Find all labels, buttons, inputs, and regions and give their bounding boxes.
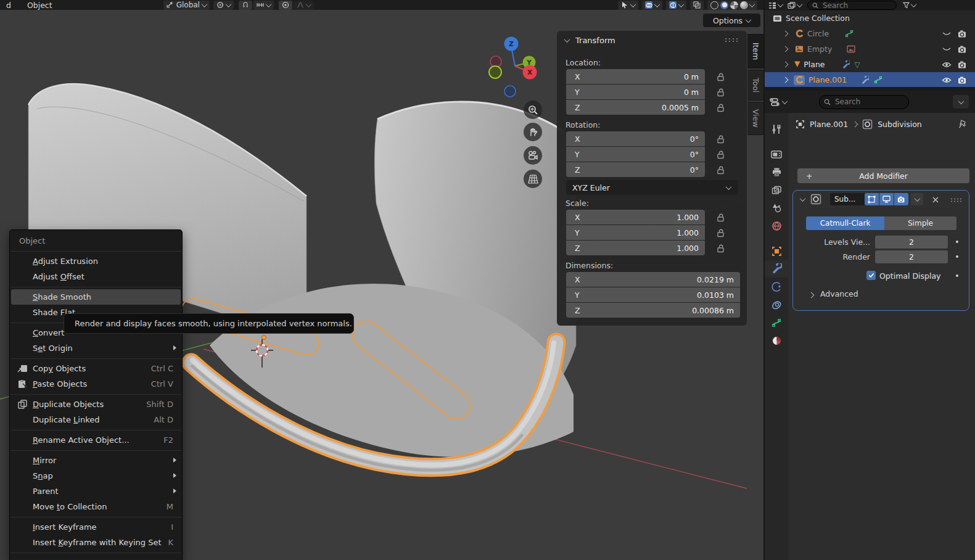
- outliner-row-circle[interactable]: Circle: [765, 26, 975, 41]
- tab-object-data[interactable]: [765, 314, 788, 331]
- expand-icon[interactable]: [783, 46, 789, 52]
- menu-item-duplicate-objects[interactable]: Duplicate Objects Shift D: [10, 397, 182, 412]
- panel-collapse-icon[interactable]: [564, 36, 570, 43]
- tab-view-layer[interactable]: [765, 181, 788, 199]
- tab-render[interactable]: [765, 146, 788, 163]
- tab-physics[interactable]: [765, 278, 788, 295]
- dimensions-y-field[interactable]: Y0.0103 m: [566, 287, 740, 302]
- viewport-pan-button[interactable]: [524, 123, 542, 141]
- outliner-filter-dropdown[interactable]: [903, 2, 916, 9]
- viewport-camera-button[interactable]: [524, 146, 542, 165]
- menu-item-rename-active-object[interactable]: Rename Active Object... F2: [10, 432, 182, 448]
- animate-dot-icon[interactable]: [956, 255, 958, 258]
- transform-orientation-dropdown[interactable]: Global: [163, 1, 210, 10]
- gizmo-axis-negy[interactable]: [489, 66, 501, 78]
- location-y-field[interactable]: Y0 m: [566, 84, 705, 99]
- properties-search-input[interactable]: [834, 97, 904, 107]
- modifier-editmode-toggle[interactable]: [865, 193, 879, 205]
- panel-collapse-icon[interactable]: [800, 196, 806, 202]
- scale-y-field[interactable]: Y1.000: [566, 225, 705, 240]
- tab-modifiers-active[interactable]: [765, 260, 788, 278]
- outliner-row-scene-collection[interactable]: Scene Collection: [765, 10, 975, 26]
- pin-icon[interactable]: [958, 119, 968, 129]
- lock-icon[interactable]: [716, 103, 725, 112]
- xray-toggle[interactable]: [690, 1, 704, 10]
- eye-closed-icon[interactable]: [942, 30, 952, 38]
- panel-grip-icon[interactable]: [950, 198, 961, 202]
- show-overlays-dropdown[interactable]: [642, 1, 662, 10]
- render-levels-field[interactable]: 2: [875, 250, 948, 263]
- eye-closed-icon[interactable]: [942, 46, 952, 53]
- sidebar-tab-item[interactable]: Item: [747, 34, 764, 68]
- viewport-ortho-button[interactable]: [524, 170, 542, 188]
- lock-icon[interactable]: [716, 213, 725, 222]
- outliner-row-plane[interactable]: ▲ Plane ▽: [765, 57, 975, 72]
- rotation-y-field[interactable]: Y0°: [566, 147, 705, 162]
- menu-item-set-origin[interactable]: Set Origin: [10, 340, 182, 356]
- menu-item-mirror[interactable]: Mirror: [10, 453, 182, 468]
- menu-item-insert-keyframe-keying-set[interactable]: Insert Keyframe with Keying Set K: [10, 535, 182, 550]
- menu-item-parent[interactable]: Parent: [10, 484, 182, 499]
- expand-icon[interactable]: [783, 77, 789, 83]
- menu-item-adjust-extrusion[interactable]: Adjust Extrusion: [10, 253, 182, 269]
- editor-type-dropdown[interactable]: [770, 97, 787, 107]
- breadcrumb-object[interactable]: Plane.001: [810, 120, 848, 129]
- close-icon[interactable]: [932, 196, 939, 204]
- show-gizmos-dropdown[interactable]: [618, 1, 638, 10]
- lock-icon[interactable]: [716, 88, 725, 97]
- animate-dot-icon[interactable]: [956, 241, 958, 243]
- sidebar-tab-tool[interactable]: Tool: [747, 70, 764, 101]
- lock-icon[interactable]: [716, 244, 725, 253]
- topbar-menu-partial[interactable]: d: [0, 0, 12, 10]
- tab-material[interactable]: [765, 332, 788, 349]
- eye-open-icon[interactable]: [942, 61, 952, 68]
- menu-item-adjust-offset[interactable]: Adjust Offset: [10, 269, 182, 284]
- camera-render-icon[interactable]: [958, 46, 968, 53]
- shading-rendered-button[interactable]: [740, 1, 748, 9]
- panel-grip-icon[interactable]: [725, 38, 738, 43]
- camera-render-icon[interactable]: [958, 76, 968, 84]
- modifier-realtime-toggle[interactable]: [879, 193, 894, 205]
- dimensions-z-field[interactable]: Z0.00086 m: [566, 303, 740, 318]
- pivot-point-dropdown[interactable]: [213, 1, 234, 10]
- options-dropdown[interactable]: Options: [703, 14, 760, 27]
- menu-item-copy-objects[interactable]: Copy Objects Ctrl C: [10, 361, 182, 376]
- menu-item-paste-objects[interactable]: Paste Objects Ctrl V: [10, 376, 182, 392]
- outliner-row-empty[interactable]: Empty: [765, 41, 975, 57]
- proportional-editing-toggle[interactable]: [279, 1, 292, 10]
- simple-button[interactable]: Simple: [884, 216, 956, 230]
- rotation-mode-dropdown[interactable]: XYZ Euler: [566, 180, 738, 195]
- modifier-extras-dropdown[interactable]: [911, 193, 923, 205]
- tab-world[interactable]: [765, 217, 788, 234]
- levels-viewport-field[interactable]: 2: [875, 236, 948, 249]
- lock-icon[interactable]: [716, 150, 725, 159]
- scale-x-field[interactable]: X1.000: [566, 210, 705, 224]
- modifier-render-toggle[interactable]: [894, 193, 908, 205]
- lock-icon[interactable]: [716, 165, 725, 175]
- snap-toggle[interactable]: [239, 1, 252, 10]
- outliner-row-plane-001-selected[interactable]: Plane.001: [765, 72, 975, 88]
- menu-item-shade-smooth[interactable]: Shade Smooth: [11, 289, 181, 305]
- camera-render-icon[interactable]: [958, 61, 968, 68]
- advanced-section-label[interactable]: Advanced: [820, 289, 858, 299]
- tab-scene[interactable]: [765, 199, 788, 216]
- catmull-clark-button[interactable]: Catmull-Clark: [806, 216, 884, 230]
- advanced-expand-icon[interactable]: [808, 292, 815, 299]
- expand-icon[interactable]: [783, 62, 789, 68]
- properties-search[interactable]: [819, 95, 909, 109]
- eye-open-icon[interactable]: [942, 76, 952, 84]
- animate-dot-icon[interactable]: [956, 274, 958, 277]
- transform-panel-title[interactable]: Transform: [575, 36, 615, 45]
- shading-material-button[interactable]: [730, 1, 738, 9]
- optimal-display-checkbox[interactable]: [866, 271, 876, 280]
- outliner-search[interactable]: [807, 1, 897, 10]
- snap-target-dropdown[interactable]: [253, 1, 274, 10]
- object-menu[interactable]: Object: [21, 0, 59, 10]
- tab-object[interactable]: [765, 242, 788, 260]
- rotation-x-field[interactable]: X0°: [566, 131, 705, 146]
- dimensions-x-field[interactable]: X0.0219 m: [566, 272, 740, 287]
- viewport-zoom-button[interactable]: [524, 101, 542, 119]
- location-x-field[interactable]: X0 m: [566, 69, 705, 84]
- outliner-display-mode-dropdown[interactable]: [768, 2, 783, 9]
- lock-icon[interactable]: [716, 134, 725, 144]
